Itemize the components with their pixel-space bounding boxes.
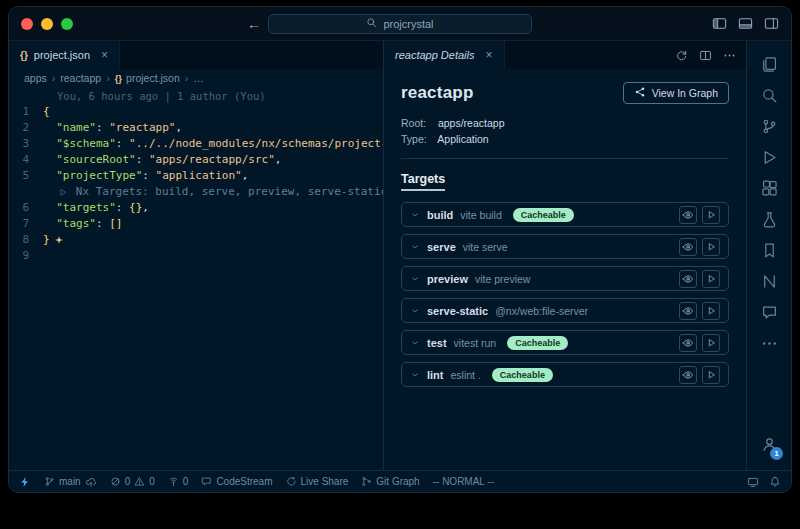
target-row[interactable]: linteslint .Cacheable bbox=[401, 362, 729, 387]
toggle-panel-icon[interactable] bbox=[738, 16, 753, 31]
code-line[interactable]: 5 "projectType": "application", bbox=[9, 168, 383, 184]
line-number[interactable] bbox=[9, 184, 43, 200]
code-text: } bbox=[43, 232, 66, 248]
git-graph-button[interactable]: Git Graph bbox=[361, 476, 419, 487]
line-number[interactable]: 3 bbox=[9, 136, 43, 152]
code-line[interactable]: Nx Targets: build, serve, preview, serve… bbox=[9, 184, 383, 200]
code-line[interactable]: 9 bbox=[9, 248, 383, 264]
command-center-search[interactable]: projcrystal bbox=[268, 14, 532, 34]
code-text: "tags": [] bbox=[43, 216, 123, 232]
code-line[interactable]: 2 "name": "reactapp", bbox=[9, 120, 383, 136]
toggle-sidebar-right-icon[interactable] bbox=[764, 16, 779, 31]
tab-label: project.json bbox=[34, 49, 90, 61]
ports-indicator[interactable]: 0 bbox=[168, 476, 189, 487]
live-share-button[interactable]: Live Share bbox=[286, 476, 349, 487]
account-icon[interactable]: 1 bbox=[747, 431, 791, 462]
close-tab-icon[interactable]: × bbox=[101, 48, 108, 62]
remote-indicator[interactable] bbox=[19, 476, 31, 488]
target-command: @nx/web:file-server bbox=[495, 305, 588, 317]
chevron-down-icon[interactable] bbox=[410, 370, 420, 380]
code-line[interactable]: 6 "targets": {}, bbox=[9, 200, 383, 216]
run-target-button[interactable] bbox=[702, 366, 720, 384]
view-target-button[interactable] bbox=[679, 206, 697, 224]
view-target-button[interactable] bbox=[679, 334, 697, 352]
vim-mode-indicator[interactable]: -- NORMAL -- bbox=[433, 476, 494, 487]
chevron-down-icon[interactable] bbox=[410, 210, 420, 220]
code-line[interactable]: 3 "$schema": "../../node_modules/nx/sche… bbox=[9, 136, 383, 152]
code-text: { bbox=[43, 104, 50, 120]
line-number[interactable]: 1 bbox=[9, 104, 43, 120]
search-icon[interactable] bbox=[747, 80, 791, 111]
run-target-button[interactable] bbox=[702, 302, 720, 320]
minimize-window-button[interactable] bbox=[41, 18, 53, 30]
line-number[interactable]: 4 bbox=[9, 152, 43, 168]
type-label: Type: bbox=[401, 131, 435, 147]
target-name: serve bbox=[427, 241, 456, 253]
line-number[interactable]: 6 bbox=[9, 200, 43, 216]
target-command: vite serve bbox=[463, 241, 508, 253]
close-tab-icon[interactable]: × bbox=[486, 48, 493, 62]
view-target-button[interactable] bbox=[679, 270, 697, 288]
run-target-button[interactable] bbox=[702, 238, 720, 256]
explorer-icon[interactable] bbox=[747, 49, 791, 80]
run-target-button[interactable] bbox=[702, 270, 720, 288]
root-value: apps/reactapp bbox=[438, 117, 505, 129]
run-debug-icon[interactable] bbox=[747, 142, 791, 173]
view-target-button[interactable] bbox=[679, 238, 697, 256]
vscode-window: ← → projcrystal {} project.json × apps›r… bbox=[8, 6, 792, 493]
chevron-down-icon[interactable] bbox=[410, 274, 420, 284]
codestream-icon[interactable] bbox=[747, 297, 791, 328]
line-number[interactable]: 9 bbox=[9, 248, 43, 264]
view-in-graph-button[interactable]: View In Graph bbox=[623, 82, 729, 104]
bookmarks-icon[interactable] bbox=[747, 235, 791, 266]
breadcrumb-item[interactable]: apps bbox=[24, 72, 47, 84]
source-control-icon[interactable] bbox=[747, 111, 791, 142]
code-editor[interactable]: You, 6 hours ago | 1 author (You) 1{2 "n… bbox=[9, 87, 383, 470]
line-number[interactable]: 8 bbox=[9, 232, 43, 248]
code-line[interactable]: 4 "sourceRoot": "apps/reactapp/src", bbox=[9, 152, 383, 168]
view-target-button[interactable] bbox=[679, 366, 697, 384]
more-icon[interactable] bbox=[747, 328, 791, 359]
target-row[interactable]: servevite serve bbox=[401, 234, 729, 259]
close-window-button[interactable] bbox=[21, 18, 33, 30]
split-editor-icon[interactable] bbox=[699, 49, 712, 62]
title-bar: ← → projcrystal bbox=[9, 7, 791, 41]
tab-project-json[interactable]: {} project.json × bbox=[9, 41, 120, 69]
refresh-icon[interactable] bbox=[675, 49, 688, 62]
problems-indicator[interactable]: 0 0 bbox=[110, 476, 155, 487]
toggle-sidebar-left-icon[interactable] bbox=[712, 16, 727, 31]
gitlens-blame-lens[interactable]: You, 6 hours ago | 1 author (You) bbox=[9, 88, 383, 104]
run-target-button[interactable] bbox=[702, 206, 720, 224]
extensions-icon[interactable] bbox=[747, 173, 791, 204]
breadcrumb-item[interactable]: {}project.json bbox=[115, 72, 180, 84]
back-icon[interactable]: ← bbox=[247, 16, 261, 32]
chevron-down-icon[interactable] bbox=[410, 338, 420, 348]
nx-console-icon[interactable] bbox=[747, 266, 791, 297]
code-line[interactable]: 8} bbox=[9, 232, 383, 248]
code-text: "targets": {}, bbox=[43, 200, 149, 216]
testing-icon[interactable] bbox=[747, 204, 791, 235]
git-graph-icon bbox=[361, 476, 372, 487]
chevron-down-icon[interactable] bbox=[410, 242, 420, 252]
code-line[interactable]: 1{ bbox=[9, 104, 383, 120]
target-row[interactable]: buildvite buildCacheable bbox=[401, 202, 729, 227]
chevron-down-icon[interactable] bbox=[410, 306, 420, 316]
target-row[interactable]: serve-static@nx/web:file-server bbox=[401, 298, 729, 323]
code-line[interactable]: 7 "tags": [] bbox=[9, 216, 383, 232]
target-row[interactable]: previewvite preview bbox=[401, 266, 729, 291]
run-target-button[interactable] bbox=[702, 334, 720, 352]
line-number[interactable]: 2 bbox=[9, 120, 43, 136]
breadcrumb-item[interactable]: reactapp bbox=[60, 72, 101, 84]
breadcrumb-item[interactable]: … bbox=[193, 72, 204, 84]
branch-indicator[interactable]: main bbox=[44, 476, 97, 488]
more-actions-icon[interactable] bbox=[723, 49, 736, 62]
view-target-button[interactable] bbox=[679, 302, 697, 320]
zoom-window-button[interactable] bbox=[61, 18, 73, 30]
line-number[interactable]: 7 bbox=[9, 216, 43, 232]
codestream-button[interactable]: CodeStream bbox=[201, 476, 272, 487]
target-row[interactable]: testvitest runCacheable bbox=[401, 330, 729, 355]
tab-reactapp-details[interactable]: reactapp Details × bbox=[384, 41, 505, 69]
screencast-icon[interactable] bbox=[747, 476, 759, 488]
bell-icon[interactable] bbox=[769, 476, 781, 488]
line-number[interactable]: 5 bbox=[9, 168, 43, 184]
